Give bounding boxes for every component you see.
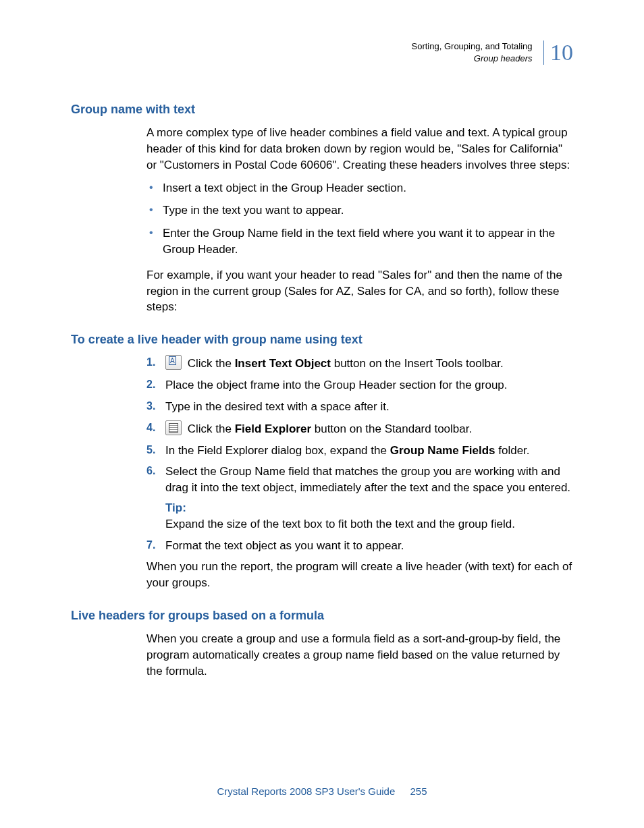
intro-paragraph: A more complex type of live header combi… [146,125,573,173]
step-text: Click the [184,357,235,370]
chapter-number: 10 [550,41,573,64]
heading-group-name-with-text: Group name with text [71,101,573,118]
formula-paragraph: When you create a group and use a formul… [146,631,573,679]
step-2: Place the object frame into the Group He… [146,377,573,393]
step-1: Click the Insert Text Object button on t… [146,355,573,372]
step-text: Select the Group Name field that matches… [165,465,570,494]
step-text: button on the Standard toolbar. [311,422,472,435]
page-header: Sorting, Grouping, and Totaling Group he… [71,40,573,67]
closing-paragraph: When you run the report, the program wil… [146,559,573,591]
numbered-steps: Click the Insert Text Object button on t… [146,355,573,553]
step-text: folder. [495,444,530,457]
page-footer: Crystal Reports 2008 SP3 User's Guide 25… [0,784,644,798]
footer-guide-title: Crystal Reports 2008 SP3 User's Guide [217,785,395,797]
tip-label: Tip: [165,500,573,516]
heading-live-headers-formula: Live headers for groups based on a formu… [71,607,573,624]
tip-body: Expand the size of the text box to fit b… [165,516,573,532]
step-bold: Group Name Fields [390,444,495,457]
step-4: Click the Field Explorer button on the S… [146,420,573,437]
step-text: In the Field Explorer dialog box, expand… [165,444,390,457]
step-3: Type in the desired text with a space af… [146,399,573,415]
header-divider [543,40,544,65]
step-bold: Field Explorer [235,422,311,435]
list-item: Type in the text you want to appear. [146,202,573,219]
field-explorer-icon [165,420,182,435]
breadcrumb-sub: Group headers [412,53,533,65]
step-6: Select the Group Name field that matches… [146,464,573,532]
insert-text-object-icon [165,355,182,370]
step-bold: Insert Text Object [235,357,331,370]
breadcrumb: Sorting, Grouping, and Totaling Group he… [412,40,533,65]
step-text: Click the [184,422,235,435]
breadcrumb-main: Sorting, Grouping, and Totaling [412,41,533,51]
list-item: Enter the Group Name field in the text f… [146,225,573,258]
followup-paragraph: For example, if you want your header to … [146,267,573,315]
heading-create-live-header: To create a live header with group name … [71,331,573,348]
step-7: Format the text object as you want it to… [146,538,573,554]
step-text: button on the Insert Tools toolbar. [331,357,504,370]
steps-overview-list: Insert a text object in the Group Header… [146,180,573,258]
footer-page-number: 255 [410,785,427,797]
step-5: In the Field Explorer dialog box, expand… [146,443,573,459]
list-item: Insert a text object in the Group Header… [146,180,573,196]
